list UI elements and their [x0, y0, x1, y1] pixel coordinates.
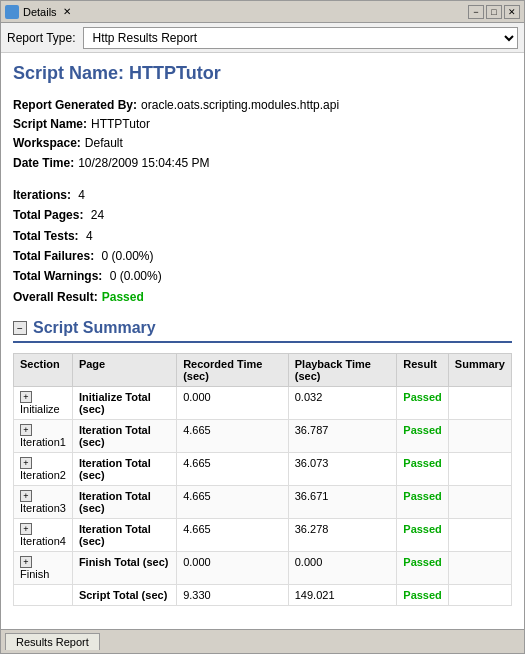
overall-result-label: Overall Result: — [13, 287, 98, 307]
summary-cell — [448, 519, 511, 552]
date-time-value: 10/28/2009 15:04:45 PM — [78, 154, 209, 173]
section-name: Initialize — [20, 403, 66, 415]
overall-result-value: Passed — [102, 287, 144, 307]
page-cell: Iteration Total (sec) — [72, 420, 176, 453]
result-cell: Passed — [397, 519, 449, 552]
expand-button[interactable]: + — [20, 457, 32, 469]
playback-time-cell: 36.671 — [288, 486, 397, 519]
table-row: +Iteration1Iteration Total (sec)4.66536.… — [14, 420, 512, 453]
playback-time-cell: 36.787 — [288, 420, 397, 453]
expand-button[interactable]: + — [20, 391, 32, 403]
result-cell: Passed — [397, 420, 449, 453]
total-pages-label: Total Pages: — [13, 208, 83, 222]
meta-section: Report Generated By: oracle.oats.scripti… — [13, 96, 512, 173]
workspace-value: Default — [85, 134, 123, 153]
table-row: +FinishFinish Total (sec)0.0000.000Passe… — [14, 552, 512, 585]
expand-button[interactable]: + — [20, 556, 32, 568]
section-name: Iteration1 — [20, 436, 66, 448]
col-result: Result — [397, 354, 449, 387]
title-bar: Details ✕ − □ ✕ — [1, 1, 524, 23]
section-cell — [14, 585, 73, 606]
total-failures-label: Total Failures: — [13, 249, 94, 263]
window-title: Details — [23, 6, 57, 18]
col-section: Section — [14, 354, 73, 387]
playback-time-cell: 149.021 — [288, 585, 397, 606]
total-tests-label: Total Tests: — [13, 229, 79, 243]
result-cell: Passed — [397, 585, 449, 606]
result-cell: Passed — [397, 552, 449, 585]
expand-button[interactable]: + — [20, 490, 32, 502]
table-row: +Iteration2Iteration Total (sec)4.66536.… — [14, 453, 512, 486]
close-tab-icon[interactable]: ✕ — [63, 6, 71, 17]
table-row: +Iteration4Iteration Total (sec)4.66536.… — [14, 519, 512, 552]
iterations-label: Iterations: — [13, 188, 71, 202]
bottom-tab-bar: Results Report — [1, 629, 524, 653]
section-name: Finish — [20, 568, 66, 580]
expand-button[interactable]: + — [20, 523, 32, 535]
total-warnings-label: Total Warnings: — [13, 269, 102, 283]
page-cell: Finish Total (sec) — [72, 552, 176, 585]
toolbar: Report Type: Http Results Report — [1, 23, 524, 53]
summary-cell — [448, 387, 511, 420]
summary-cell — [448, 453, 511, 486]
page-cell: Initialize Total (sec) — [72, 387, 176, 420]
summary-cell — [448, 552, 511, 585]
script-summary-title: Script Summary — [33, 319, 156, 337]
total-tests-value: 4 — [86, 229, 93, 243]
col-playback-time: Playback Time (sec) — [288, 354, 397, 387]
section-cell: +Initialize — [14, 387, 73, 420]
table-row: +Iteration3Iteration Total (sec)4.66536.… — [14, 486, 512, 519]
total-warnings-value: 0 (0.00%) — [110, 269, 162, 283]
report-type-select[interactable]: Http Results Report — [83, 27, 518, 49]
playback-time-cell: 36.278 — [288, 519, 397, 552]
table-row: +InitializeInitialize Total (sec)0.0000.… — [14, 387, 512, 420]
section-cell: +Iteration1 — [14, 420, 73, 453]
table-row: Script Total (sec)9.330149.021Passed — [14, 585, 512, 606]
section-cell: +Iteration2 — [14, 453, 73, 486]
section-cell: +Iteration3 — [14, 486, 73, 519]
page-cell: Iteration Total (sec) — [72, 486, 176, 519]
script-name-value: HTTPTutor — [91, 115, 150, 134]
stats-section: Iterations: 4 Total Pages: 24 Total Test… — [13, 185, 512, 307]
summary-cell — [448, 420, 511, 453]
playback-time-cell: 36.073 — [288, 453, 397, 486]
total-pages-value: 24 — [91, 208, 104, 222]
col-recorded-time: Recorded Time (sec) — [177, 354, 289, 387]
maximize-button[interactable]: □ — [486, 5, 502, 19]
script-name-label: Script Name: — [13, 115, 87, 134]
section-name: Iteration4 — [20, 535, 66, 547]
playback-time-cell: 0.032 — [288, 387, 397, 420]
report-type-label: Report Type: — [7, 31, 75, 45]
summary-cell — [448, 585, 511, 606]
col-summary: Summary — [448, 354, 511, 387]
collapse-icon[interactable]: − — [13, 321, 27, 335]
recorded-time-cell: 4.665 — [177, 453, 289, 486]
recorded-time-cell: 9.330 — [177, 585, 289, 606]
iterations-value: 4 — [78, 188, 85, 202]
page-cell: Iteration Total (sec) — [72, 519, 176, 552]
main-content: Script Name: HTTPTutor Report Generated … — [1, 53, 524, 629]
section-name: Iteration2 — [20, 469, 66, 481]
summary-cell — [448, 486, 511, 519]
window-icon — [5, 5, 19, 19]
expand-button[interactable]: + — [20, 424, 32, 436]
summary-table: Section Page Recorded Time (sec) Playbac… — [13, 353, 512, 606]
minimize-button[interactable]: − — [468, 5, 484, 19]
section-name: Iteration3 — [20, 502, 66, 514]
workspace-label: Workspace: — [13, 134, 81, 153]
script-summary-header: − Script Summary — [13, 319, 512, 343]
result-cell: Passed — [397, 486, 449, 519]
recorded-time-cell: 4.665 — [177, 486, 289, 519]
recorded-time-cell: 0.000 — [177, 552, 289, 585]
section-cell: +Finish — [14, 552, 73, 585]
report-generated-by-label: Report Generated By: — [13, 96, 137, 115]
page-cell: Iteration Total (sec) — [72, 453, 176, 486]
recorded-time-cell: 0.000 — [177, 387, 289, 420]
result-cell: Passed — [397, 453, 449, 486]
recorded-time-cell: 4.665 — [177, 519, 289, 552]
close-button[interactable]: ✕ — [504, 5, 520, 19]
results-report-tab[interactable]: Results Report — [5, 633, 100, 650]
playback-time-cell: 0.000 — [288, 552, 397, 585]
script-name-heading: Script Name: HTTPTutor — [13, 63, 512, 84]
total-failures-value: 0 (0.00%) — [101, 249, 153, 263]
